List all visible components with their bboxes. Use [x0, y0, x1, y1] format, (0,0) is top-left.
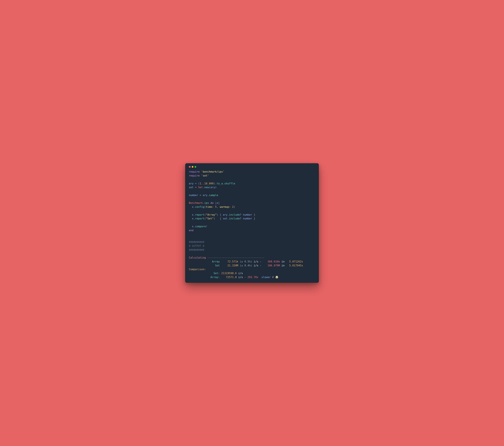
variable: set	[189, 186, 194, 189]
traffic-light-close-icon[interactable]	[189, 166, 191, 168]
dot: .	[207, 194, 209, 197]
string-delim: '	[201, 170, 203, 173]
output-dashes: -------------------------------------	[206, 256, 265, 259]
output-rate: 72.571k	[228, 260, 238, 263]
paren-open: (	[198, 182, 200, 185]
operator-equals: =	[195, 182, 197, 185]
output-rate: 21.320M	[228, 264, 238, 267]
dot: .	[228, 213, 229, 216]
output-stddev: (± 0.5%)	[240, 260, 252, 263]
keyword-do: do	[211, 202, 214, 205]
variable: ary	[189, 182, 194, 185]
method-name: report	[195, 213, 204, 216]
number-literal: 2	[232, 206, 234, 208]
string-delim: "	[206, 213, 207, 216]
method-name: compare!	[195, 225, 207, 228]
string-delim: '	[223, 170, 224, 173]
keyword-require: require	[189, 174, 200, 177]
code-line-10: x.compare!	[189, 225, 207, 228]
output-unit: i/s -	[237, 276, 248, 279]
dot: .	[215, 182, 217, 185]
code-line-8: x.report("Array") { ary.include? number …	[189, 213, 255, 216]
dot: .	[228, 217, 229, 220]
keyword-require: require	[189, 170, 200, 173]
dot: .	[203, 186, 204, 189]
output-name: Array	[212, 260, 220, 263]
method-name: report	[195, 217, 204, 220]
string-delim: "	[215, 213, 217, 216]
dot: .	[194, 206, 195, 208]
number-literal: 10_000	[204, 182, 214, 185]
symbol: warmup:	[220, 206, 231, 208]
variable: number	[243, 213, 252, 216]
string-delim: "	[212, 217, 214, 220]
code-line-7: x.config(time: 5, warmup: 2)	[189, 206, 235, 208]
code-block: require 'benchmark/ips' require 'set' ar…	[189, 170, 315, 279]
number-literal: 1	[200, 182, 201, 185]
output-hash: #	[272, 276, 275, 279]
image-frame: require 'benchmark/ips' require 'set' ar…	[180, 159, 324, 287]
traffic-light-zoom-icon[interactable]	[195, 166, 196, 168]
brace-close: }	[254, 213, 255, 216]
output-row-array: Array 72.571k (± 0.5%) i/s - 368.016k in…	[189, 260, 303, 263]
paren-open: (	[204, 213, 206, 216]
variable: x	[217, 202, 218, 205]
output-name: Set	[215, 264, 220, 267]
traffic-light-minimize-icon[interactable]	[192, 166, 193, 168]
operator-equals: =	[200, 194, 201, 197]
operator-equals: =	[195, 186, 197, 189]
method-name: include?	[229, 217, 241, 220]
code-line-1: require 'benchmark/ips'	[189, 170, 224, 173]
output-iterations: 368.016k	[268, 260, 280, 263]
method-name: sample	[209, 194, 218, 197]
method-name: ips	[204, 202, 209, 205]
paren-open: (	[209, 186, 211, 189]
variable: x	[192, 217, 194, 220]
paren-close: )	[234, 206, 235, 208]
output-time: 5.017945s	[289, 264, 303, 267]
dot: .	[194, 213, 195, 216]
output-time: 5.071262s	[289, 260, 303, 263]
string-literal: set	[203, 174, 207, 177]
brace-open: {	[220, 213, 221, 216]
output-name: Set:	[214, 272, 220, 275]
output-rate: 72571.0	[226, 276, 237, 279]
code-window: require 'benchmark/ips' require 'set' ar…	[185, 163, 319, 283]
variable: x	[192, 206, 194, 208]
code-line-5: number = ary.sample	[189, 194, 218, 197]
comment-line: ##########	[189, 248, 204, 251]
output-in: in	[280, 264, 285, 267]
paren-close: )	[214, 217, 215, 220]
comma: ,	[217, 206, 218, 208]
output-multiplier: 293.78x	[248, 276, 258, 279]
output-comparison-set: Set: 21319598.6 i/s	[189, 272, 243, 275]
output-slower: slower	[258, 276, 272, 279]
output-calculating-line: Calculating ----------------------------…	[189, 256, 265, 259]
code-line-2: require 'set'	[189, 174, 209, 177]
output-row-set: Set 21.320M (± 0.4%) i/s - 106.979M in 5…	[189, 264, 303, 267]
brace-open: {	[220, 217, 221, 220]
output-comparison-array: Array: 72571.0 i/s - 293.78x slower # 🤯	[189, 276, 279, 279]
dot: .	[194, 217, 195, 220]
window-titlebar	[189, 166, 315, 168]
output-unit: i/s -	[252, 260, 261, 263]
output-name: Array:	[211, 276, 220, 279]
method-name: shuffle	[224, 182, 235, 185]
output-unit: i/s -	[252, 264, 261, 267]
string-delim: '	[207, 174, 209, 177]
method-name: include?	[229, 213, 241, 216]
string-delim: '	[201, 174, 203, 177]
code-line-11: end	[189, 229, 194, 232]
string-delim: "	[206, 217, 207, 220]
method-name: config	[195, 206, 204, 208]
code-line-4: set = Set.new(ary)	[189, 186, 217, 189]
method-name: new	[204, 186, 209, 189]
variable: set	[223, 217, 228, 220]
variable: ary	[223, 213, 228, 216]
comment-line: # OUTPUT #	[189, 244, 204, 247]
dot: .	[223, 182, 224, 185]
string-literal: Array	[207, 213, 215, 216]
paren-close: )	[217, 213, 218, 216]
code-line-9: x.report("Set") { set.include? number }	[189, 217, 255, 220]
variable: x	[192, 213, 194, 216]
